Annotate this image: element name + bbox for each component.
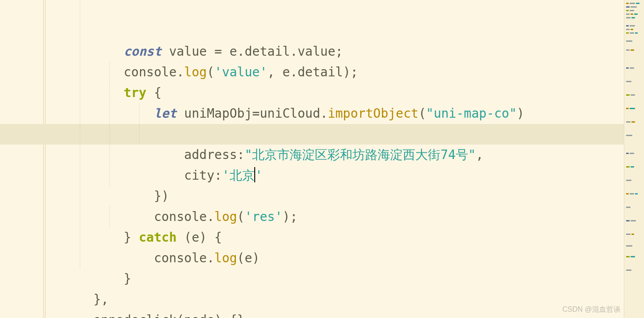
minimap-chunk <box>626 49 630 51</box>
minimap-chunk <box>626 234 631 235</box>
minimap-chunk <box>626 32 629 34</box>
minimap-chunk <box>630 32 634 34</box>
minimap-chunk <box>626 180 631 181</box>
minimap-chunk <box>631 13 633 15</box>
minimap-chunk <box>631 6 637 8</box>
code-editor[interactable]: const value = e.detail.value; console.lo… <box>0 0 624 318</box>
minimap-row <box>626 220 642 222</box>
identifier: onnodeclick <box>93 313 176 318</box>
punct: } <box>237 313 245 318</box>
minimap-chunk <box>631 256 635 257</box>
minimap-row <box>626 49 642 51</box>
code-line[interactable]: } catch (e) { <box>0 186 624 207</box>
minimap-chunk <box>631 17 635 18</box>
minimap-row <box>626 121 642 123</box>
minimap-chunk <box>636 3 640 4</box>
minimap-row <box>626 166 642 168</box>
code-line[interactable]: console.log('value', e.detail); <box>0 21 624 41</box>
minimap-row <box>626 245 642 247</box>
minimap-chunk <box>630 3 635 4</box>
identifier: node <box>184 313 214 318</box>
code-line[interactable]: let res=await uniMapObj.address2location… <box>0 83 624 103</box>
minimap-chunk <box>630 10 634 11</box>
minimap-row <box>626 153 642 155</box>
code-line[interactable]: onnodeclick(node) {}, <box>0 289 624 310</box>
minimap[interactable] <box>624 0 644 318</box>
minimap-chunk <box>631 121 635 123</box>
minimap-row <box>626 10 642 12</box>
minimap-row <box>626 81 642 83</box>
code-line[interactable] <box>0 248 624 269</box>
minimap-chunk <box>626 166 630 168</box>
minimap-chunk <box>626 269 631 271</box>
punct: ( <box>177 313 184 318</box>
minimap-chunk <box>626 108 629 109</box>
minimap-chunk <box>626 94 630 96</box>
minimap-chunk <box>626 13 630 15</box>
minimap-chunk <box>631 49 634 51</box>
minimap-chunk <box>626 256 630 257</box>
punct: { <box>230 313 237 318</box>
code-line[interactable]: const value = e.detail.value; <box>0 0 624 21</box>
code-line[interactable]: try { <box>0 41 624 62</box>
code-line-active[interactable]: city:'北京' <box>0 124 624 145</box>
minimap-chunk <box>626 67 629 69</box>
minimap-chunk <box>630 153 634 154</box>
minimap-row <box>626 94 642 96</box>
minimap-chunk <box>631 234 634 235</box>
minimap-row <box>626 17 642 19</box>
minimap-chunk <box>626 81 631 82</box>
minimap-row <box>626 3 642 4</box>
minimap-chunk <box>631 220 636 221</box>
minimap-chunk <box>626 207 631 208</box>
minimap-chunk <box>631 166 634 168</box>
minimap-chunk <box>631 29 633 30</box>
minimap-row <box>626 13 642 15</box>
minimap-chunk <box>626 29 630 30</box>
minimap-chunk <box>626 220 630 221</box>
minimap-chunk <box>626 153 629 154</box>
minimap-chunk <box>626 40 632 42</box>
minimap-chunk <box>630 67 634 69</box>
minimap-chunk <box>630 193 634 194</box>
code-line[interactable]: let uniMapObj=uniCloud.importObject("uni… <box>0 62 624 83</box>
minimap-chunk <box>630 25 635 26</box>
minimap-chunk <box>635 32 638 34</box>
minimap-row <box>626 193 642 195</box>
minimap-row <box>626 29 642 31</box>
minimap-row <box>626 234 642 235</box>
minimap-chunk <box>626 10 629 11</box>
code-line[interactable]: console.log('res'); <box>0 165 624 186</box>
minimap-row <box>626 180 642 181</box>
code-line[interactable]: }, <box>0 269 624 289</box>
code-line[interactable]: } <box>0 227 624 248</box>
minimap-chunk <box>626 135 632 136</box>
punct: , <box>244 313 252 318</box>
minimap-row <box>626 6 642 8</box>
minimap-row <box>626 256 642 258</box>
punct: ) <box>214 313 222 318</box>
minimap-row <box>626 40 642 42</box>
minimap-row <box>626 67 642 69</box>
minimap-row <box>626 32 642 34</box>
minimap-row <box>626 108 642 110</box>
code-line[interactable]: console.log(e) <box>0 207 624 227</box>
indent <box>33 313 93 318</box>
minimap-row <box>626 135 642 137</box>
minimap-chunk <box>626 3 629 4</box>
minimap-chunk <box>626 17 631 18</box>
minimap-row <box>626 269 642 271</box>
minimap-chunk <box>630 108 635 109</box>
minimap-chunk <box>635 193 638 194</box>
minimap-chunk <box>626 25 629 26</box>
minimap-chunk <box>626 6 630 8</box>
minimap-chunk <box>626 193 629 194</box>
code-line[interactable]: }) <box>0 145 624 165</box>
minimap-row <box>626 207 642 208</box>
minimap-row <box>626 25 642 27</box>
minimap-chunk <box>626 245 632 247</box>
minimap-chunk <box>634 13 638 15</box>
minimap-chunk <box>626 121 631 123</box>
minimap-chunk <box>631 94 635 96</box>
code-line[interactable]: address:"北京市海淀区彩和坊路海淀西大街74号", <box>0 103 624 124</box>
